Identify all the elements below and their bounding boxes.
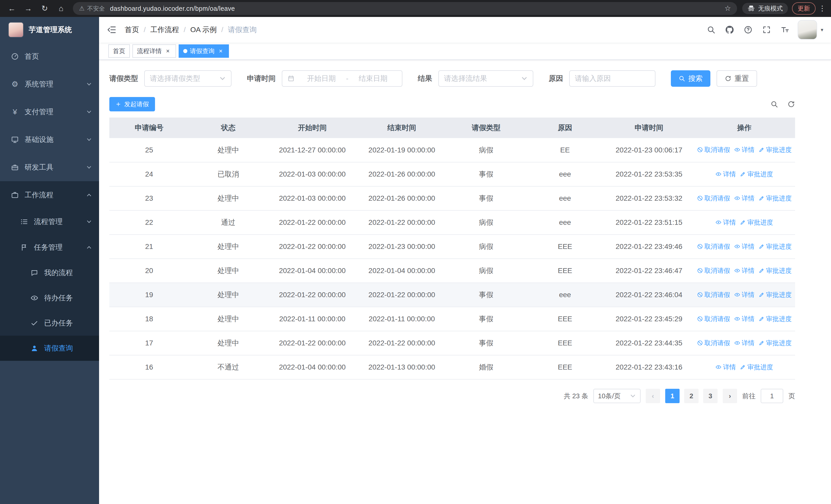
cancel-action-link[interactable]: 取消请假 — [697, 291, 730, 299]
sidebar-item-process-mgmt[interactable]: 流程管理 — [0, 209, 99, 235]
close-icon[interactable]: × — [217, 48, 224, 55]
progress-action-link[interactable]: 审批进度 — [740, 218, 773, 227]
progress-action-link[interactable]: 审批进度 — [740, 170, 773, 178]
app-logo[interactable]: 芋道管理系统 — [0, 17, 99, 42]
breadcrumb: 首页/工作流程/OA 示例/请假查询 — [125, 25, 257, 35]
cell-actions: 取消请假详情审批进度 — [693, 283, 795, 307]
next-page-button[interactable]: › — [723, 389, 737, 403]
breadcrumb-item[interactable]: 工作流程 — [150, 25, 179, 35]
sidebar-item-infra[interactable]: 基础设施 — [0, 126, 99, 153]
page-button-1[interactable]: 1 — [665, 389, 680, 403]
progress-action-link[interactable]: 审批进度 — [758, 242, 792, 251]
detail-action-link[interactable]: 详情 — [734, 339, 754, 347]
goto-page-input[interactable] — [761, 389, 783, 403]
sidebar-toggle-icon[interactable] — [107, 25, 116, 35]
edit-icon — [740, 219, 746, 225]
cell-leave-type: 婚假 — [447, 355, 525, 379]
progress-action-link[interactable]: 审批进度 — [740, 363, 773, 371]
detail-action-link[interactable]: 详情 — [734, 242, 754, 251]
sidebar-item-todo-task[interactable]: 待办任务 — [0, 285, 99, 310]
apply-time-range-picker[interactable]: - — [282, 70, 402, 87]
cancel-action-link[interactable]: 取消请假 — [697, 194, 730, 203]
progress-action-link[interactable]: 审批进度 — [758, 266, 792, 275]
toggle-search-icon[interactable] — [770, 100, 778, 108]
result-select[interactable] — [438, 70, 533, 87]
search-button[interactable]: 搜索 — [671, 70, 710, 87]
reason-input[interactable] — [575, 75, 650, 83]
sidebar-item-devtools[interactable]: 研发工具 — [0, 153, 99, 181]
page-size-select[interactable]: 10条/页 — [593, 389, 640, 403]
cancel-action-link[interactable]: 取消请假 — [697, 315, 730, 323]
cell-actions: 取消请假详情审批进度 — [693, 186, 795, 210]
sidebar-item-workflow[interactable]: 工作流程 — [0, 181, 99, 209]
sidebar-item-payment[interactable]: ¥支付管理 — [0, 98, 99, 126]
sidebar-item-task-mgmt[interactable]: 任务管理 — [0, 235, 99, 260]
detail-action-link[interactable]: 详情 — [734, 146, 754, 154]
progress-action-link[interactable]: 审批进度 — [758, 315, 792, 323]
table-row: 16不通过2022-01-04 00:00:002022-01-13 00:00… — [109, 355, 795, 379]
close-icon[interactable]: × — [164, 48, 171, 55]
refresh-table-icon[interactable] — [787, 100, 795, 108]
detail-action-link[interactable]: 详情 — [734, 194, 754, 203]
cell-start-time: 2022-01-03 00:00:00 — [268, 162, 357, 186]
gear-icon: ⚙ — [10, 80, 20, 88]
cancel-action-link[interactable]: 取消请假 — [697, 339, 730, 347]
breadcrumb-item[interactable]: 首页 — [125, 25, 139, 35]
tags-view-tab[interactable]: 请假查询× — [179, 45, 229, 58]
progress-action-link[interactable]: 审批进度 — [758, 194, 792, 203]
tags-view-tab[interactable]: 流程详情× — [133, 45, 176, 58]
prev-page-button[interactable]: ‹ — [646, 389, 660, 403]
edit-icon — [758, 195, 765, 201]
column-header: 状态 — [189, 118, 268, 138]
detail-action-link[interactable]: 详情 — [734, 315, 754, 323]
leave-type-select-input[interactable] — [150, 75, 217, 83]
breadcrumb-item[interactable]: OA 示例 — [191, 25, 217, 35]
create-leave-button[interactable]: 发起请假 — [109, 97, 155, 111]
back-icon[interactable]: ← — [5, 2, 19, 15]
sidebar-item-leave-query[interactable]: 请假查询 — [0, 336, 99, 361]
detail-action-link[interactable]: 详情 — [716, 170, 736, 178]
cell-end-time: 2022-01-19 00:00:00 — [357, 138, 447, 162]
cancel-action-link[interactable]: 取消请假 — [697, 266, 730, 275]
sidebar-item-my-process[interactable]: 我的流程 — [0, 260, 99, 285]
update-button[interactable]: 更新 — [792, 2, 815, 14]
forward-icon[interactable]: → — [22, 2, 35, 15]
sidebar-item-home[interactable]: 首页 — [0, 42, 99, 70]
cell-leave-type: 病假 — [447, 235, 525, 259]
user-menu[interactable]: ▾ — [798, 20, 823, 39]
bookmark-star-icon[interactable]: ☆ — [724, 5, 731, 12]
detail-action-link[interactable]: 详情 — [716, 363, 736, 371]
page-button-2[interactable]: 2 — [684, 389, 698, 403]
search-icon[interactable] — [707, 25, 716, 34]
reload-icon[interactable]: ↻ — [38, 2, 51, 15]
detail-action-link[interactable]: 详情 — [734, 291, 754, 299]
security-chip[interactable]: ⚠ 不安全 — [79, 5, 105, 12]
leave-type-select[interactable] — [144, 70, 231, 87]
home-icon[interactable]: ⌂ — [54, 2, 68, 15]
sidebar-item-done-task[interactable]: 已办任务 — [0, 310, 99, 336]
result-select-input[interactable] — [444, 75, 519, 83]
progress-action-link[interactable]: 审批进度 — [758, 146, 792, 154]
fullscreen-icon[interactable] — [762, 25, 771, 34]
end-date-input[interactable] — [349, 75, 397, 83]
address-bar[interactable]: ⚠ 不安全 dashboard.yudao.iocoder.cn/bpm/oa/… — [73, 2, 737, 15]
active-tab-dot — [183, 49, 188, 53]
detail-action-link[interactable]: 详情 — [734, 266, 754, 275]
help-icon[interactable] — [744, 25, 752, 34]
start-date-input[interactable] — [298, 75, 345, 83]
browser-menu-icon[interactable]: ⋮ — [819, 5, 826, 12]
page-button-3[interactable]: 3 — [703, 389, 718, 403]
github-icon[interactable] — [725, 25, 734, 34]
reset-button[interactable]: 重置 — [717, 70, 757, 87]
progress-action-link[interactable]: 审批进度 — [758, 339, 792, 347]
detail-action-link[interactable]: 详情 — [716, 218, 736, 227]
tags-view-tab[interactable]: 首页 — [108, 45, 130, 58]
table-toolbar: 发起请假 — [109, 97, 795, 111]
sidebar-item-system[interactable]: ⚙系统管理 — [0, 70, 99, 98]
briefcase-icon — [10, 191, 20, 199]
progress-action-link[interactable]: 审批进度 — [758, 291, 792, 299]
font-size-icon[interactable] — [781, 25, 790, 34]
cancel-action-link[interactable]: 取消请假 — [697, 146, 730, 154]
column-header: 申请时间 — [604, 118, 693, 138]
cancel-action-link[interactable]: 取消请假 — [697, 242, 730, 251]
